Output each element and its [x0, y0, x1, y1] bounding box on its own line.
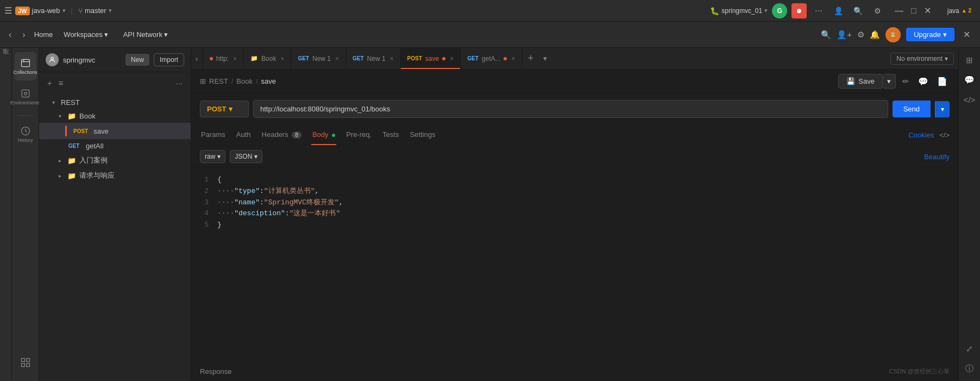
tree-item-book[interactable]: ▾ 📁 Book: [39, 109, 191, 123]
tab-get-getall[interactable]: GET getA... ×: [461, 48, 522, 69]
header-search-icon[interactable]: 🔍: [821, 30, 831, 40]
hamburger-icon[interactable]: ☰: [4, 5, 12, 16]
sidebar-item-history[interactable]: History: [15, 120, 36, 148]
rest-chevron: ▾: [52, 99, 58, 105]
req-tab-headers[interactable]: Headers 8: [261, 125, 303, 145]
home-link[interactable]: Home: [34, 30, 53, 39]
req-tab-body[interactable]: Body: [311, 125, 336, 145]
body-options: raw ▾ JSON ▾ Beautify: [191, 146, 958, 168]
breadcrumb-sep2: /: [256, 77, 258, 85]
back-button[interactable]: ‹: [7, 28, 14, 42]
right-panel-table-icon[interactable]: ⊞: [962, 52, 978, 68]
right-panel-info-icon[interactable]: ⓘ: [962, 360, 978, 377]
tab-book[interactable]: 📁 Book ×: [244, 48, 291, 69]
tab-get-new2-close[interactable]: ×: [390, 55, 394, 63]
right-panel-expand-icon[interactable]: ⤢: [962, 341, 978, 357]
tab-http-dot: [210, 57, 213, 60]
tree-item-rest[interactable]: ▾ REST: [39, 96, 191, 109]
edit-button[interactable]: ✏: [900, 74, 912, 89]
tree-item-getall[interactable]: GET getAll: [39, 139, 191, 153]
json-select[interactable]: JSON ▾: [230, 150, 262, 163]
sidebar-item-collections[interactable]: Collections: [15, 52, 36, 80]
forward-button[interactable]: ›: [20, 28, 27, 42]
tab-get-getall-close[interactable]: ×: [511, 55, 515, 63]
header-add-icon[interactable]: 👤+: [837, 30, 852, 40]
reqresp-label: 请求与响应: [79, 171, 115, 180]
tree-item-save[interactable]: POST save: [39, 123, 191, 139]
tab-add-button[interactable]: +: [522, 48, 539, 69]
tab-get-new1[interactable]: GET New 1 ×: [291, 48, 346, 69]
user-icon[interactable]: 👤: [831, 3, 846, 18]
maximize-button[interactable]: □: [908, 4, 920, 18]
sidebar-new-button[interactable]: New: [125, 54, 149, 66]
save-button[interactable]: 💾 Save: [838, 74, 883, 89]
tab-get-new1-close[interactable]: ×: [335, 55, 339, 63]
tabs-right: No environment ▾: [886, 48, 958, 69]
branch-selector[interactable]: ⑂ master ▾: [78, 7, 112, 15]
tree-item-intro[interactable]: ▸ 📁 入门案例: [39, 153, 191, 168]
sidebar-add-button[interactable]: +: [46, 77, 54, 89]
req-tab-prereq[interactable]: Pre-req.: [345, 125, 373, 145]
tab-dropdown-button[interactable]: ▾: [539, 48, 551, 69]
code-editor[interactable]: 1 { 2 ····"type":"计算机类丛书", 3 ····"name":…: [191, 168, 958, 361]
url-input[interactable]: [253, 100, 888, 118]
right-panel-chat-icon[interactable]: 💬: [962, 72, 978, 88]
tab-book-close[interactable]: ×: [280, 55, 284, 63]
breadcrumb-book[interactable]: Book: [236, 77, 253, 85]
header-close-button[interactable]: ✕: [960, 27, 973, 42]
sidebar-item-apps[interactable]: [15, 348, 36, 377]
sidebar-import-button[interactable]: Import: [154, 53, 184, 66]
send-button[interactable]: Send: [893, 101, 931, 117]
api-network-menu[interactable]: API Network ▾: [119, 27, 172, 42]
save-method-badge: POST: [71, 128, 90, 135]
right-panel-code-icon[interactable]: </>: [962, 91, 978, 108]
send-dropdown-button[interactable]: ▾: [935, 101, 950, 117]
minimize-button[interactable]: —: [891, 4, 907, 18]
tab-get-new2[interactable]: GET New 1 ×: [346, 48, 401, 69]
tree-item-reqresp[interactable]: ▸ 📁 请求与响应: [39, 168, 191, 183]
req-tab-tests[interactable]: Tests: [381, 125, 400, 145]
book-folder-icon: 📁: [67, 112, 76, 120]
sidebar-filter-button[interactable]: ≡: [57, 77, 65, 89]
svg-point-10: [51, 57, 54, 60]
breadcrumb-rest[interactable]: REST: [209, 77, 228, 85]
java-tab[interactable]: java ▲ 2: [943, 5, 976, 16]
req-tab-auth[interactable]: Auth: [235, 125, 252, 145]
record-button[interactable]: ⏺: [791, 3, 807, 18]
agent-selector[interactable]: 🐛 springmvc_01 ▾: [710, 7, 768, 15]
raw-select[interactable]: raw ▾: [200, 150, 225, 163]
beautify-button[interactable]: Beautify: [924, 153, 950, 161]
method-select[interactable]: POST ▾: [200, 101, 249, 117]
code-line-2: 2 ····"type":"计算机类丛书",: [200, 186, 950, 197]
comment-button[interactable]: 💬: [916, 74, 931, 89]
close-button[interactable]: ✕: [921, 3, 934, 18]
guard-icon[interactable]: G: [772, 3, 787, 18]
more-icon[interactable]: ⋯: [811, 3, 826, 18]
search-icon[interactable]: 🔍: [850, 3, 865, 18]
sidebar-more-button[interactable]: ···: [174, 77, 184, 89]
workspaces-menu[interactable]: Workspaces ▾: [59, 27, 112, 42]
workspace-name: java-web: [32, 7, 60, 15]
tab-http-close[interactable]: ×: [233, 55, 237, 63]
getall-method-badge: GET: [65, 142, 83, 149]
no-environment-button[interactable]: No environment ▾: [890, 53, 954, 65]
save-dropdown-button[interactable]: ▾: [883, 74, 896, 89]
req-tab-settings[interactable]: Settings: [409, 125, 436, 145]
header-settings-icon[interactable]: ⚙: [857, 30, 864, 40]
tab-post-save[interactable]: POST save ×: [401, 48, 461, 69]
svg-rect-3: [22, 90, 29, 97]
header-bell-icon[interactable]: 🔔: [870, 30, 880, 40]
sidebar-item-environments[interactable]: Environments: [15, 83, 36, 111]
workspace-selector[interactable]: JW java-web ▾: [15, 7, 66, 15]
settings-icon[interactable]: ⚙: [870, 3, 885, 18]
cookies-link[interactable]: Cookies: [908, 131, 934, 139]
tab-post-save-close[interactable]: ×: [450, 55, 454, 63]
tab-http[interactable]: http: ×: [203, 48, 244, 69]
header-profile-icon[interactable]: ⏳: [885, 27, 901, 42]
tab-prev-button[interactable]: ‹: [191, 48, 203, 69]
req-tab-params[interactable]: Params: [200, 125, 227, 145]
upgrade-button[interactable]: Upgrade ▾: [906, 28, 954, 41]
docs-button[interactable]: 📄: [935, 74, 950, 89]
icon-sidebar: Collections Environments History: [12, 48, 39, 381]
code-link[interactable]: </>: [939, 131, 950, 139]
